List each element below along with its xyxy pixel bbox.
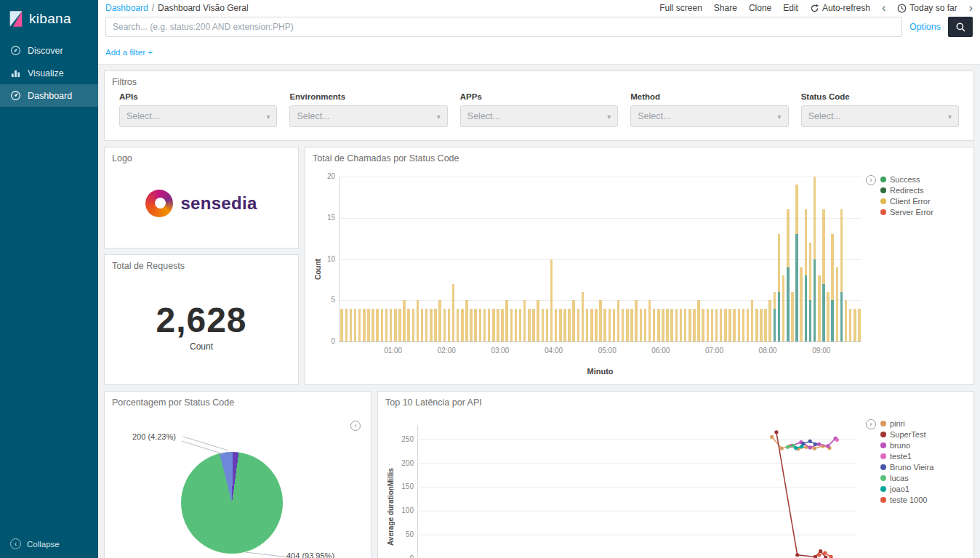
- bar-client-error[interactable]: [648, 300, 651, 341]
- bar-client-error[interactable]: [657, 309, 660, 341]
- edit-button[interactable]: Edit: [783, 3, 798, 13]
- share-button[interactable]: Share: [714, 3, 737, 13]
- bar-client-error[interactable]: [563, 309, 566, 341]
- bar-client-error[interactable]: [577, 309, 580, 341]
- bar-client-error[interactable]: [523, 300, 526, 341]
- bar-client-error[interactable]: [555, 309, 558, 341]
- legend-item[interactable]: joao1: [880, 485, 966, 493]
- bar-client-error[interactable]: [849, 309, 852, 341]
- bar-client-error[interactable]: [755, 309, 758, 341]
- bar-client-error[interactable]: [751, 300, 754, 341]
- bar-client-error[interactable]: [430, 309, 433, 341]
- data-point-bruno-vieira[interactable]: [808, 440, 812, 443]
- bar-client-error[interactable]: [542, 309, 545, 341]
- bar-client-error[interactable]: [371, 309, 374, 341]
- bar-client-error[interactable]: [465, 300, 468, 341]
- bar-success[interactable]: [795, 234, 798, 341]
- bar-client-error[interactable]: [350, 309, 353, 341]
- legend-item[interactable]: Client Error: [880, 197, 966, 206]
- bar-client-error[interactable]: [438, 300, 441, 341]
- data-point-teste-1000[interactable]: [817, 553, 821, 557]
- bar-client-error[interactable]: [461, 309, 464, 341]
- bar-client-error[interactable]: [635, 300, 638, 341]
- legend-item[interactable]: Success: [880, 175, 966, 184]
- bar-client-error[interactable]: [595, 309, 598, 341]
- bar-client-error[interactable]: [568, 309, 571, 341]
- legend-item[interactable]: Redirects: [880, 186, 966, 195]
- bar-client-error[interactable]: [376, 309, 379, 341]
- legend-item[interactable]: piriri: [880, 419, 966, 428]
- legend-toggle-icon[interactable]: ›: [866, 175, 876, 185]
- bar-client-error[interactable]: [340, 309, 343, 341]
- bar-client-error[interactable]: [854, 309, 856, 341]
- kibana-home-link[interactable]: kibana: [0, 0, 98, 39]
- bar-client-error[interactable]: [836, 267, 839, 341]
- bar-client-error[interactable]: [398, 309, 401, 341]
- bar-client-error[interactable]: [764, 309, 767, 341]
- bar-client-error[interactable]: [613, 309, 616, 341]
- bar-client-error[interactable]: [688, 309, 691, 341]
- data-point-bruno[interactable]: [808, 445, 812, 449]
- legend-item[interactable]: Server Error: [880, 208, 966, 217]
- bar-client-error[interactable]: [385, 309, 388, 341]
- bar-client-error[interactable]: [662, 309, 664, 341]
- data-point-supertest[interactable]: [819, 549, 822, 553]
- bar-client-error[interactable]: [603, 309, 606, 341]
- bar-client-error[interactable]: [800, 267, 803, 341]
- bar-success[interactable]: [831, 300, 834, 341]
- add-filter-link[interactable]: Add a filter +: [105, 48, 153, 57]
- bar-client-error[interactable]: [670, 309, 673, 341]
- legend-item[interactable]: teste 1000: [880, 496, 966, 504]
- bar-client-error[interactable]: [572, 300, 575, 341]
- bar-client-error[interactable]: [630, 309, 633, 341]
- bar-client-error[interactable]: [609, 309, 611, 341]
- legend-toggle-icon[interactable]: ‹: [350, 421, 361, 431]
- bar-client-error[interactable]: [546, 309, 549, 341]
- bar-client-error[interactable]: [421, 309, 424, 341]
- legend-item[interactable]: bruno: [880, 441, 966, 450]
- bar-client-error[interactable]: [827, 292, 830, 341]
- bar-success[interactable]: [787, 267, 790, 341]
- bar-client-error[interactable]: [622, 309, 624, 341]
- bar-client-error[interactable]: [532, 309, 535, 341]
- legend-item[interactable]: teste1: [880, 452, 966, 461]
- bar-client-error[interactable]: [550, 259, 553, 342]
- data-point-bruno-vieira[interactable]: [814, 442, 817, 446]
- bar-client-error[interactable]: [858, 309, 861, 341]
- bar-client-error[interactable]: [640, 309, 643, 341]
- status-code-select[interactable]: Select... ▾: [801, 105, 959, 127]
- bar-client-error[interactable]: [715, 309, 718, 341]
- bar-client-error[interactable]: [728, 309, 731, 341]
- bar-client-error[interactable]: [358, 309, 361, 341]
- bar-client-error[interactable]: [537, 300, 539, 341]
- bar-client-error[interactable]: [818, 275, 821, 341]
- bar-client-error[interactable]: [412, 309, 415, 341]
- bar-client-error[interactable]: [363, 309, 366, 341]
- bar-success[interactable]: [809, 300, 812, 341]
- bar-client-error[interactable]: [666, 309, 669, 341]
- method-select[interactable]: Select... ▾: [630, 105, 788, 127]
- collapse-button[interactable]: ‹ Collapse: [0, 530, 98, 558]
- bar-client-error[interactable]: [791, 292, 794, 341]
- breadcrumb-dashboard-link[interactable]: Dashboard: [105, 3, 148, 13]
- bar-client-error[interactable]: [497, 309, 499, 341]
- bar-client-error[interactable]: [586, 309, 589, 341]
- bar-client-error[interactable]: [452, 284, 455, 341]
- legend-toggle-icon[interactable]: ›: [866, 419, 876, 429]
- bar-client-error[interactable]: [443, 309, 446, 341]
- bar-client-error[interactable]: [693, 309, 696, 341]
- bar-client-error[interactable]: [760, 309, 763, 341]
- bar-client-error[interactable]: [354, 309, 357, 341]
- bar-client-error[interactable]: [345, 309, 348, 341]
- bar-success[interactable]: [822, 284, 825, 341]
- bar-client-error[interactable]: [479, 309, 482, 341]
- bar-client-error[interactable]: [644, 309, 647, 341]
- bar-client-error[interactable]: [711, 309, 714, 341]
- bar-client-error[interactable]: [738, 309, 741, 341]
- bar-client-error[interactable]: [626, 309, 629, 341]
- bar-client-error[interactable]: [782, 275, 785, 341]
- bar-client-error[interactable]: [733, 309, 736, 341]
- full-screen-button[interactable]: Full screen: [659, 3, 702, 13]
- bar-client-error[interactable]: [381, 309, 384, 341]
- time-next-chevron[interactable]: ›: [969, 4, 973, 12]
